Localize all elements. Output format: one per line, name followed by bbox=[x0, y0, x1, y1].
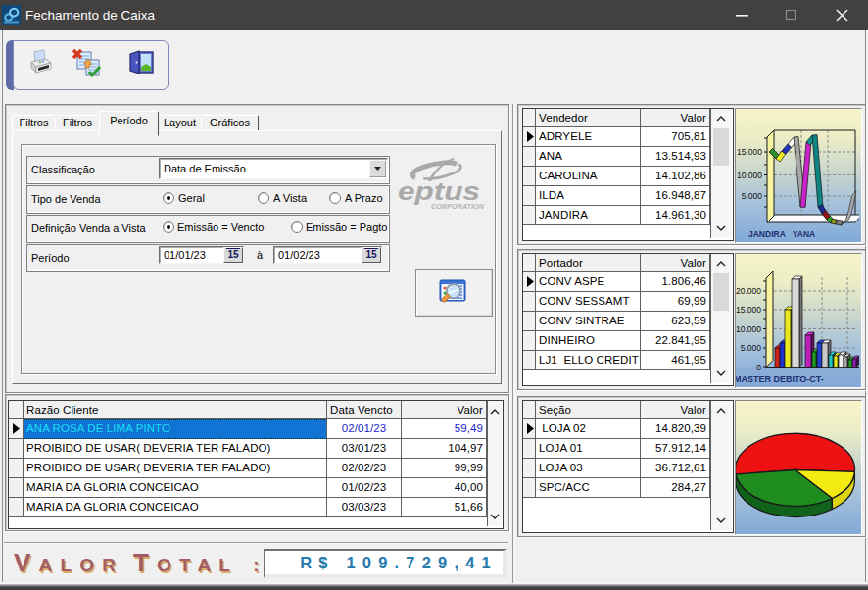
svg-text:5.000: 5.000 bbox=[741, 343, 762, 353]
svg-text:10.000: 10.000 bbox=[737, 171, 762, 180]
svg-text:15.000: 15.000 bbox=[736, 305, 761, 315]
svg-text:20.000: 20.000 bbox=[736, 286, 761, 296]
svg-text:0: 0 bbox=[756, 363, 761, 372]
svg-text:5.000: 5.000 bbox=[742, 191, 763, 201]
svg-text:10.000: 10.000 bbox=[736, 324, 761, 334]
svg-text:MASTER DEBITO-CT-: MASTER DEBITO-CT- bbox=[736, 374, 824, 383]
svg-text:CORPORATION: CORPORATION bbox=[431, 202, 485, 211]
svg-text:JANDIRA YANA: JANDIRA YANA bbox=[748, 229, 815, 238]
svg-text:15.000: 15.000 bbox=[737, 147, 762, 157]
